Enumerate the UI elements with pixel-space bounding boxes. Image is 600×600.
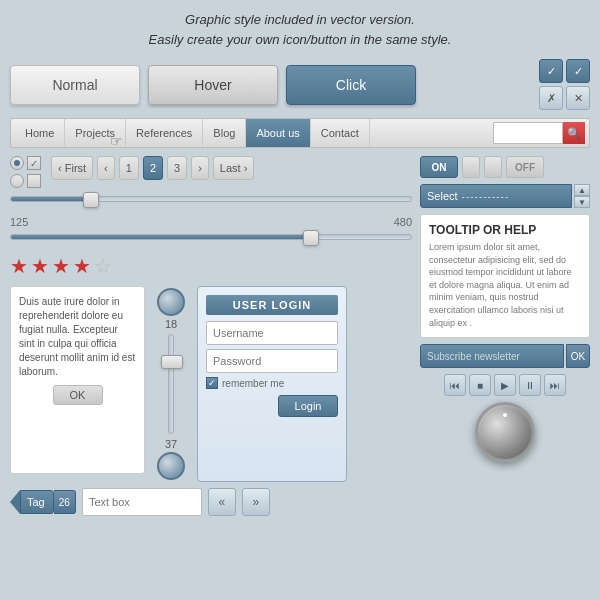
stars-row: ★ ★ ★ ★ ☆: [10, 254, 412, 278]
select-row: Select ----------- ▲ ▼: [420, 184, 590, 208]
icon-row-1: ✓ ✓: [539, 59, 590, 83]
page-prev-button[interactable]: ‹: [97, 156, 115, 180]
icon-button-group: ✓ ✓ ✗ ✕: [539, 59, 590, 110]
radio-2[interactable]: [10, 174, 24, 188]
tag-item[interactable]: Tag 26: [10, 490, 76, 514]
remember-label: remember me: [222, 378, 284, 389]
text-input[interactable]: [82, 488, 202, 516]
slider-2-section: [10, 234, 412, 240]
vertical-slider-area: 18 37: [151, 286, 191, 482]
select-up-button[interactable]: ▲: [574, 184, 590, 196]
tag-count: 26: [54, 490, 76, 514]
tooltip-title: TOOLTIP OR HELP: [429, 223, 581, 237]
header-line2: Easily create your own icon/button in th…: [10, 30, 590, 50]
select-dashes: -----------: [462, 191, 510, 202]
nav-contact[interactable]: Contact: [311, 119, 370, 147]
alert-box: Duis aute irure dolor in reprehenderit d…: [10, 286, 145, 474]
star-4[interactable]: ★: [73, 254, 91, 278]
lower-left: Duis aute irure dolor in reprehenderit d…: [10, 286, 412, 482]
username-input[interactable]: [206, 321, 338, 345]
icon-row-2: ✗ ✕: [539, 86, 590, 110]
dbl-left-arrow-button[interactable]: «: [208, 488, 236, 516]
page-1-button[interactable]: 1: [119, 156, 139, 180]
page-next-button[interactable]: ›: [191, 156, 209, 180]
nav-blog[interactable]: Blog: [203, 119, 246, 147]
login-form: USER LOGIN ✓ remember me Login: [197, 286, 347, 482]
vert-thumb[interactable]: [161, 355, 183, 369]
tag-tip: [10, 490, 20, 514]
wrench-icon-button[interactable]: ✗: [539, 86, 563, 110]
toggle-handle[interactable]: [462, 156, 480, 178]
toggle-on[interactable]: ON: [420, 156, 458, 178]
remember-checkbox[interactable]: ✓: [206, 377, 218, 389]
vert-value-1: 18: [165, 318, 177, 330]
slider-1-labels: 125 480: [10, 216, 412, 228]
subscribe-ok-button[interactable]: OK: [566, 344, 590, 368]
dbl-right-arrow-button[interactable]: »: [242, 488, 270, 516]
stop-button[interactable]: ■: [469, 374, 491, 396]
select-down-button[interactable]: ▼: [574, 196, 590, 208]
forward-button[interactable]: ⏭: [544, 374, 566, 396]
pause-button[interactable]: ⏸: [519, 374, 541, 396]
main-content: ✓ ‹ First ‹ 1 2 3 › Last ›: [10, 156, 590, 516]
star-3[interactable]: ★: [52, 254, 70, 278]
slider-2-track[interactable]: [10, 234, 412, 240]
right-column: ON OFF Select ----------- ▲ ▼ TOOLTIP OR…: [420, 156, 590, 516]
radio-1[interactable]: [10, 156, 24, 170]
vert-track[interactable]: [168, 334, 174, 434]
pagination: ‹ First ‹ 1 2 3 › Last ›: [51, 156, 254, 180]
vert-knob-top[interactable]: [157, 288, 185, 316]
nav-search-button[interactable]: 🔍: [563, 122, 585, 144]
tooltip-box: TOOLTIP OR HELP Lorem ipsum dolor sit am…: [420, 214, 590, 338]
nav-projects[interactable]: Projects ☞: [65, 119, 126, 147]
play-button[interactable]: ▶: [494, 374, 516, 396]
nav-about[interactable]: About us: [246, 119, 310, 147]
slider-1-fill: [11, 197, 91, 201]
slider-2-thumb[interactable]: [303, 230, 319, 246]
check-icon-button[interactable]: ✓: [539, 59, 563, 83]
normal-button[interactable]: Normal: [10, 65, 140, 105]
nav-home[interactable]: Home: [15, 119, 65, 147]
rewind-button[interactable]: ⏮: [444, 374, 466, 396]
slider-1-min: 125: [10, 216, 28, 228]
button-row: Normal Hover Click ✓ ✓ ✗ ✕: [10, 59, 590, 110]
hover-button[interactable]: Hover: [148, 65, 278, 105]
page-first-button[interactable]: ‹ First: [51, 156, 93, 180]
password-input[interactable]: [206, 349, 338, 373]
check2-icon-button[interactable]: ✓: [566, 59, 590, 83]
alert-ok-button[interactable]: OK: [53, 385, 103, 405]
checkbox-1[interactable]: ✓: [27, 156, 41, 170]
toggle-off[interactable]: OFF: [506, 156, 544, 178]
page-2-button[interactable]: 2: [143, 156, 163, 180]
vert-knob-bottom[interactable]: [157, 452, 185, 480]
slider-1-track[interactable]: [10, 196, 412, 202]
click-button[interactable]: Click: [286, 65, 416, 105]
subscribe-input[interactable]: Subscribe newsletter: [420, 344, 564, 368]
nav-search-input[interactable]: [493, 122, 563, 144]
nav-references[interactable]: References: [126, 119, 203, 147]
page-3-button[interactable]: 3: [167, 156, 187, 180]
page-last-button[interactable]: Last ›: [213, 156, 255, 180]
checkbox-2[interactable]: [27, 174, 41, 188]
select-box[interactable]: Select -----------: [420, 184, 572, 208]
knob-indicator: [503, 413, 507, 417]
login-title: USER LOGIN: [206, 295, 338, 315]
toggle-group: ON OFF: [420, 156, 590, 178]
select-label: Select: [427, 190, 458, 202]
close-icon-button[interactable]: ✕: [566, 86, 590, 110]
alert-text: Duis aute irure dolor in reprehenderit d…: [19, 295, 136, 379]
star-2[interactable]: ★: [31, 254, 49, 278]
star-1[interactable]: ★: [10, 254, 28, 278]
slider-1-thumb[interactable]: [83, 192, 99, 208]
remember-row: ✓ remember me: [206, 377, 338, 389]
knob-container: [420, 402, 590, 462]
toggle-handle-2[interactable]: [484, 156, 502, 178]
tag-label: Tag: [27, 496, 45, 508]
header-text: Graphic style included in vector version…: [10, 10, 590, 49]
tooltip-text: Lorem ipsum dolor sit amet, consectetur …: [429, 241, 581, 329]
subscribe-row: Subscribe newsletter OK: [420, 344, 590, 368]
page-wrapper: Graphic style included in vector version…: [0, 0, 600, 600]
star-5[interactable]: ☆: [94, 254, 112, 278]
login-button[interactable]: Login: [278, 395, 338, 417]
volume-knob[interactable]: [475, 402, 535, 462]
